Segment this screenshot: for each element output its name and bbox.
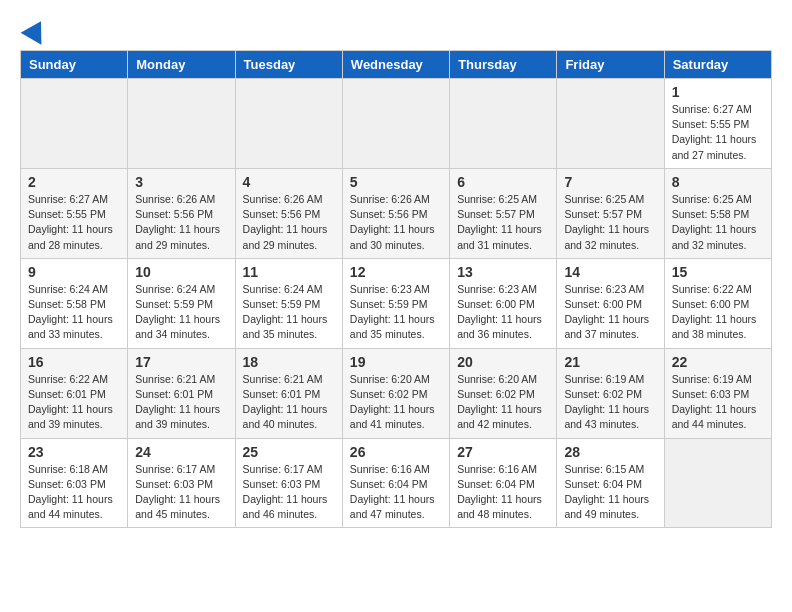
day-number: 5: [350, 174, 442, 190]
day-number: 6: [457, 174, 549, 190]
calendar-day-cell: 4Sunrise: 6:26 AM Sunset: 5:56 PM Daylig…: [235, 168, 342, 258]
day-number: 22: [672, 354, 764, 370]
calendar-day-cell: 22Sunrise: 6:19 AM Sunset: 6:03 PM Dayli…: [664, 348, 771, 438]
calendar-week-row: 9Sunrise: 6:24 AM Sunset: 5:58 PM Daylig…: [21, 258, 772, 348]
day-number: 24: [135, 444, 227, 460]
day-info: Sunrise: 6:19 AM Sunset: 6:02 PM Dayligh…: [564, 372, 656, 433]
day-info: Sunrise: 6:23 AM Sunset: 6:00 PM Dayligh…: [457, 282, 549, 343]
calendar-day-cell: 6Sunrise: 6:25 AM Sunset: 5:57 PM Daylig…: [450, 168, 557, 258]
calendar-day-cell: 14Sunrise: 6:23 AM Sunset: 6:00 PM Dayli…: [557, 258, 664, 348]
day-info: Sunrise: 6:24 AM Sunset: 5:59 PM Dayligh…: [243, 282, 335, 343]
day-info: Sunrise: 6:26 AM Sunset: 5:56 PM Dayligh…: [243, 192, 335, 253]
day-info: Sunrise: 6:18 AM Sunset: 6:03 PM Dayligh…: [28, 462, 120, 523]
calendar-day-cell: 23Sunrise: 6:18 AM Sunset: 6:03 PM Dayli…: [21, 438, 128, 528]
day-info: Sunrise: 6:19 AM Sunset: 6:03 PM Dayligh…: [672, 372, 764, 433]
calendar-day-cell: 8Sunrise: 6:25 AM Sunset: 5:58 PM Daylig…: [664, 168, 771, 258]
day-info: Sunrise: 6:27 AM Sunset: 5:55 PM Dayligh…: [28, 192, 120, 253]
calendar-day-cell: [21, 79, 128, 169]
calendar-day-cell: 3Sunrise: 6:26 AM Sunset: 5:56 PM Daylig…: [128, 168, 235, 258]
day-number: 10: [135, 264, 227, 280]
logo-triangle-icon: [21, 15, 52, 44]
weekday-header-thursday: Thursday: [450, 51, 557, 79]
calendar-day-cell: [450, 79, 557, 169]
calendar-day-cell: 26Sunrise: 6:16 AM Sunset: 6:04 PM Dayli…: [342, 438, 449, 528]
calendar-week-row: 23Sunrise: 6:18 AM Sunset: 6:03 PM Dayli…: [21, 438, 772, 528]
calendar-day-cell: 1Sunrise: 6:27 AM Sunset: 5:55 PM Daylig…: [664, 79, 771, 169]
calendar-day-cell: 24Sunrise: 6:17 AM Sunset: 6:03 PM Dayli…: [128, 438, 235, 528]
day-number: 1: [672, 84, 764, 100]
calendar-day-cell: 5Sunrise: 6:26 AM Sunset: 5:56 PM Daylig…: [342, 168, 449, 258]
day-number: 19: [350, 354, 442, 370]
day-number: 28: [564, 444, 656, 460]
day-number: 26: [350, 444, 442, 460]
calendar-day-cell: 11Sunrise: 6:24 AM Sunset: 5:59 PM Dayli…: [235, 258, 342, 348]
day-info: Sunrise: 6:16 AM Sunset: 6:04 PM Dayligh…: [457, 462, 549, 523]
day-info: Sunrise: 6:21 AM Sunset: 6:01 PM Dayligh…: [243, 372, 335, 433]
day-number: 12: [350, 264, 442, 280]
weekday-header-friday: Friday: [557, 51, 664, 79]
day-info: Sunrise: 6:16 AM Sunset: 6:04 PM Dayligh…: [350, 462, 442, 523]
calendar-day-cell: [235, 79, 342, 169]
day-info: Sunrise: 6:24 AM Sunset: 5:58 PM Dayligh…: [28, 282, 120, 343]
calendar-week-row: 2Sunrise: 6:27 AM Sunset: 5:55 PM Daylig…: [21, 168, 772, 258]
day-number: 7: [564, 174, 656, 190]
day-number: 11: [243, 264, 335, 280]
calendar-day-cell: 20Sunrise: 6:20 AM Sunset: 6:02 PM Dayli…: [450, 348, 557, 438]
day-info: Sunrise: 6:15 AM Sunset: 6:04 PM Dayligh…: [564, 462, 656, 523]
day-number: 8: [672, 174, 764, 190]
day-info: Sunrise: 6:25 AM Sunset: 5:57 PM Dayligh…: [564, 192, 656, 253]
weekday-header-monday: Monday: [128, 51, 235, 79]
day-number: 13: [457, 264, 549, 280]
day-info: Sunrise: 6:22 AM Sunset: 6:01 PM Dayligh…: [28, 372, 120, 433]
calendar-day-cell: 17Sunrise: 6:21 AM Sunset: 6:01 PM Dayli…: [128, 348, 235, 438]
day-info: Sunrise: 6:20 AM Sunset: 6:02 PM Dayligh…: [350, 372, 442, 433]
day-info: Sunrise: 6:23 AM Sunset: 6:00 PM Dayligh…: [564, 282, 656, 343]
day-info: Sunrise: 6:17 AM Sunset: 6:03 PM Dayligh…: [243, 462, 335, 523]
calendar-day-cell: 16Sunrise: 6:22 AM Sunset: 6:01 PM Dayli…: [21, 348, 128, 438]
day-number: 27: [457, 444, 549, 460]
calendar-week-row: 16Sunrise: 6:22 AM Sunset: 6:01 PM Dayli…: [21, 348, 772, 438]
day-number: 14: [564, 264, 656, 280]
calendar-header-row: SundayMondayTuesdayWednesdayThursdayFrid…: [21, 51, 772, 79]
calendar-day-cell: [342, 79, 449, 169]
weekday-header-saturday: Saturday: [664, 51, 771, 79]
day-number: 15: [672, 264, 764, 280]
calendar-day-cell: 7Sunrise: 6:25 AM Sunset: 5:57 PM Daylig…: [557, 168, 664, 258]
weekday-header-sunday: Sunday: [21, 51, 128, 79]
day-number: 21: [564, 354, 656, 370]
day-number: 2: [28, 174, 120, 190]
day-number: 23: [28, 444, 120, 460]
calendar-day-cell: 27Sunrise: 6:16 AM Sunset: 6:04 PM Dayli…: [450, 438, 557, 528]
page-header: [20, 20, 772, 40]
day-info: Sunrise: 6:25 AM Sunset: 5:57 PM Dayligh…: [457, 192, 549, 253]
weekday-header-tuesday: Tuesday: [235, 51, 342, 79]
calendar-day-cell: 15Sunrise: 6:22 AM Sunset: 6:00 PM Dayli…: [664, 258, 771, 348]
calendar-day-cell: 19Sunrise: 6:20 AM Sunset: 6:02 PM Dayli…: [342, 348, 449, 438]
day-info: Sunrise: 6:26 AM Sunset: 5:56 PM Dayligh…: [350, 192, 442, 253]
logo: [20, 20, 48, 40]
day-info: Sunrise: 6:23 AM Sunset: 5:59 PM Dayligh…: [350, 282, 442, 343]
calendar-table: SundayMondayTuesdayWednesdayThursdayFrid…: [20, 50, 772, 528]
weekday-header-wednesday: Wednesday: [342, 51, 449, 79]
day-number: 25: [243, 444, 335, 460]
day-info: Sunrise: 6:21 AM Sunset: 6:01 PM Dayligh…: [135, 372, 227, 433]
day-number: 4: [243, 174, 335, 190]
day-number: 17: [135, 354, 227, 370]
day-number: 9: [28, 264, 120, 280]
day-number: 18: [243, 354, 335, 370]
day-number: 20: [457, 354, 549, 370]
calendar-day-cell: 21Sunrise: 6:19 AM Sunset: 6:02 PM Dayli…: [557, 348, 664, 438]
day-number: 16: [28, 354, 120, 370]
calendar-day-cell: 28Sunrise: 6:15 AM Sunset: 6:04 PM Dayli…: [557, 438, 664, 528]
calendar-day-cell: [557, 79, 664, 169]
day-number: 3: [135, 174, 227, 190]
day-info: Sunrise: 6:25 AM Sunset: 5:58 PM Dayligh…: [672, 192, 764, 253]
calendar-day-cell: 25Sunrise: 6:17 AM Sunset: 6:03 PM Dayli…: [235, 438, 342, 528]
calendar-day-cell: [664, 438, 771, 528]
calendar-day-cell: 9Sunrise: 6:24 AM Sunset: 5:58 PM Daylig…: [21, 258, 128, 348]
calendar-day-cell: [128, 79, 235, 169]
calendar-body: 1Sunrise: 6:27 AM Sunset: 5:55 PM Daylig…: [21, 79, 772, 528]
calendar-day-cell: 13Sunrise: 6:23 AM Sunset: 6:00 PM Dayli…: [450, 258, 557, 348]
day-info: Sunrise: 6:26 AM Sunset: 5:56 PM Dayligh…: [135, 192, 227, 253]
calendar-day-cell: 18Sunrise: 6:21 AM Sunset: 6:01 PM Dayli…: [235, 348, 342, 438]
